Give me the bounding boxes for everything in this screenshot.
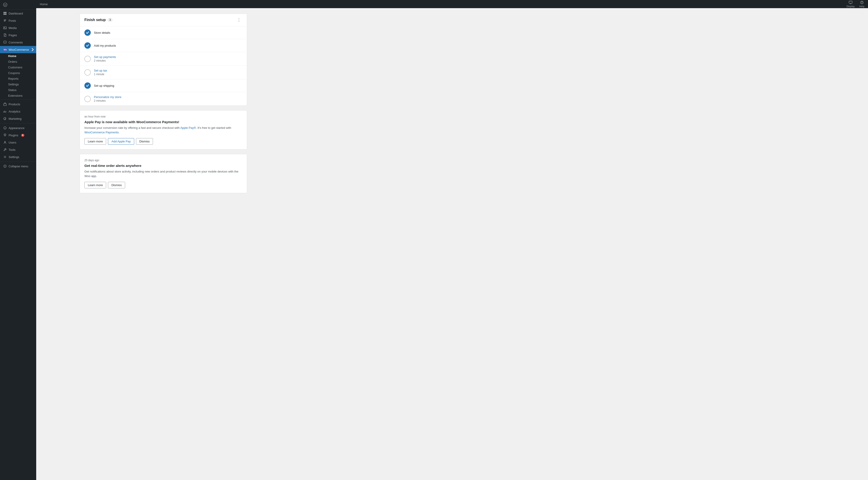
learn-more-alerts-button[interactable]: Learn more (84, 182, 106, 188)
notif-apple-pay-body-plain: Increase your conversion rate by offerin… (84, 126, 180, 129)
task-personalize-store-subtitle: 2 minutes (94, 99, 242, 102)
svg-rect-2 (4, 12, 5, 13)
svg-rect-3 (5, 12, 6, 13)
sidebar: W Dashboard Posts Media (0, 0, 36, 480)
sidebar-item-media-label: Media (9, 26, 17, 30)
sidebar-item-woocommerce-label: WooCommerce (9, 48, 29, 51)
task-set-up-tax-label[interactable]: Set up tax (94, 69, 242, 72)
sidebar-item-posts-label: Posts (9, 19, 16, 22)
svg-rect-5 (5, 13, 6, 15)
task-set-up-tax[interactable]: Set up tax 1 minute (80, 65, 247, 79)
sidebar-item-woocommerce[interactable]: Woo WooCommerce (0, 46, 36, 53)
dismiss-alerts-button[interactable]: Dismiss (108, 182, 125, 188)
sidebar-item-settings[interactable]: Settings (0, 153, 36, 160)
notification-apple-pay: an hour from now Apple Pay is now availa… (80, 110, 247, 149)
svg-point-13 (4, 141, 6, 142)
finish-setup-card: Finish setup 3 ⋮ Store details Add my pr… (80, 13, 247, 106)
learn-more-apple-button[interactable]: Learn more (84, 138, 106, 145)
sidebar-sub-item-settings-label: Settings (8, 83, 19, 86)
notif-apple-pay-body-middle: . It’s free to get started with (196, 126, 231, 129)
sidebar-item-plugins[interactable]: Plugins 6 (0, 131, 36, 139)
task-set-up-shipping: Set up shipping (80, 79, 247, 92)
finish-setup-count: 3 (107, 18, 113, 22)
task-add-products: Add my products (80, 39, 247, 52)
sidebar-item-comments[interactable]: Comments (0, 39, 36, 46)
sidebar-item-dashboard[interactable]: Dashboard (0, 10, 36, 17)
finish-setup-menu-button[interactable]: ⋮ (236, 18, 242, 22)
sidebar-item-tools[interactable]: Tools (0, 146, 36, 153)
task-set-up-payments-label[interactable]: Set up payments (94, 55, 242, 59)
sidebar-divider-1 (0, 99, 36, 100)
display-label: Display (846, 5, 855, 8)
sidebar-sub-item-coupons[interactable]: Coupons (0, 70, 36, 76)
display-icon (848, 0, 852, 4)
task-personalize-store[interactable]: Personalize my store 2 minutes (80, 92, 247, 106)
collapse-icon (3, 164, 7, 168)
notif-order-alerts-title: Get real-time order alerts anywhere (84, 164, 242, 168)
sidebar-item-users-label: Users (9, 141, 16, 144)
sidebar-item-comments-label: Comments (9, 41, 23, 44)
sidebar-sub-item-reports[interactable]: Reports (0, 76, 36, 82)
svg-rect-4 (4, 13, 5, 15)
products-icon (3, 102, 7, 106)
notif-order-alerts-body: Get notifications about store activity, … (84, 169, 242, 178)
topbar-actions: Display Help (846, 0, 864, 8)
sidebar-item-dashboard-label: Dashboard (9, 12, 23, 15)
posts-icon (3, 19, 7, 22)
tools-icon (3, 148, 7, 151)
sidebar-sub-item-settings[interactable]: Settings (0, 82, 36, 87)
sidebar-sub-item-customers[interactable]: Customers (0, 64, 36, 70)
sidebar-item-pages[interactable]: Pages (0, 31, 36, 39)
analytics-icon (3, 110, 7, 113)
help-button[interactable]: Help (859, 0, 864, 8)
sidebar-sub-item-home[interactable]: Home (0, 53, 36, 59)
task-set-up-tax-subtitle: 1 minute (94, 73, 242, 76)
task-set-up-shipping-check (84, 82, 91, 89)
comments-icon (3, 40, 7, 44)
sidebar-item-posts[interactable]: Posts (0, 17, 36, 24)
sidebar-item-marketing-label: Marketing (9, 117, 22, 120)
sidebar-item-marketing[interactable]: Marketing (0, 115, 36, 122)
sidebar-sub-item-home-label: Home (8, 54, 16, 58)
sidebar-sub-item-orders[interactable]: Orders (0, 59, 36, 64)
woocommerce-icon: Woo (3, 48, 7, 51)
users-icon (3, 141, 7, 144)
svg-point-18 (862, 3, 862, 3)
sidebar-sub-item-status[interactable]: Status (0, 87, 36, 93)
sidebar-item-users[interactable]: Users (0, 139, 36, 146)
sidebar-item-media[interactable]: Media (0, 24, 36, 31)
sidebar-sub-item-extensions[interactable]: Extensions (0, 93, 36, 98)
dismiss-apple-button[interactable]: Dismiss (136, 138, 153, 145)
checkmark-icon (86, 84, 89, 87)
add-apple-pay-button[interactable]: Add Apple Pay (108, 138, 134, 145)
sidebar-item-tools-label: Tools (9, 148, 16, 151)
sidebar-collapse-menu[interactable]: Collapse menu (0, 162, 36, 170)
checkmark-icon (86, 31, 89, 34)
task-set-up-shipping-label: Set up shipping (94, 84, 242, 87)
task-store-details-text: Store details (94, 31, 242, 34)
sidebar-logo: W (0, 0, 36, 10)
svg-rect-10 (4, 104, 6, 106)
sidebar-item-appearance[interactable]: Appearance (0, 124, 36, 131)
svg-point-14 (4, 156, 5, 157)
plugins-badge: 6 (21, 134, 25, 137)
task-set-up-shipping-text: Set up shipping (94, 84, 242, 87)
task-set-up-payments-check (84, 56, 91, 62)
task-personalize-store-label[interactable]: Personalize my store (94, 95, 242, 99)
task-add-products-check (84, 42, 91, 49)
notif-apple-pay-link1[interactable]: Apple Pay® (180, 126, 196, 129)
notif-apple-pay-link2[interactable]: WooCommerce Payments (84, 131, 119, 134)
sidebar-item-plugins-label: Plugins (9, 133, 18, 137)
task-add-products-label: Add my products (94, 44, 242, 47)
sidebar-item-products[interactable]: Products (0, 100, 36, 108)
display-button[interactable]: Display (846, 0, 855, 8)
task-set-up-tax-text: Set up tax 1 minute (94, 69, 242, 76)
settings-icon (3, 155, 7, 159)
sidebar-item-analytics[interactable]: Analytics (0, 108, 36, 115)
topbar-title: Home (40, 2, 48, 6)
finish-setup-title: Finish setup (84, 18, 106, 22)
notif-apple-pay-title: Apple Pay is now available with WooComme… (84, 120, 242, 124)
svg-text:W: W (4, 4, 6, 6)
task-set-up-payments[interactable]: Set up payments 2 minutes (80, 52, 247, 65)
notification-order-alerts: 25 days ago Get real-time order alerts a… (80, 154, 247, 193)
